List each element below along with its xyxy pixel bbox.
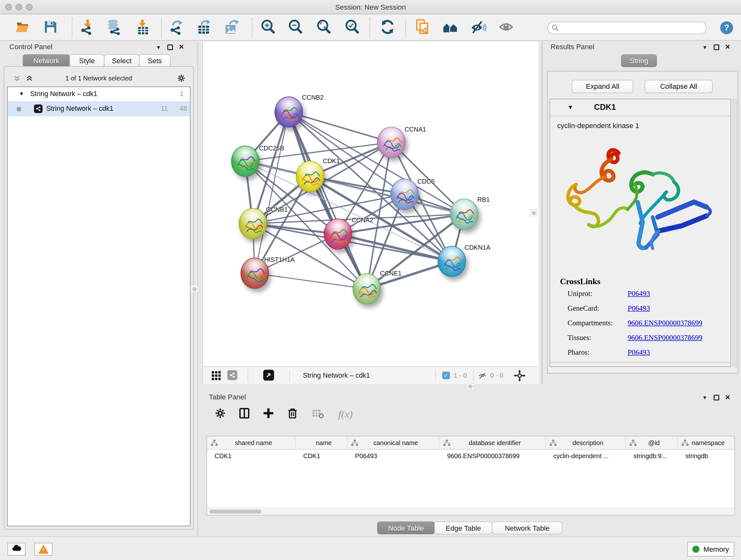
column-header--id[interactable]: @id (626, 436, 678, 449)
cell-description[interactable]: cyclin-dependent ... (546, 449, 626, 462)
zoom-selected-button[interactable] (343, 19, 361, 37)
network-node-CDC6[interactable] (390, 179, 419, 210)
column-header-shared-name[interactable]: shared name (207, 436, 296, 449)
right-splitter-grip[interactable] (530, 209, 537, 217)
scrollbar-thumb[interactable] (209, 509, 261, 513)
table-options-button[interactable] (212, 406, 228, 422)
cloud-button[interactable] (8, 543, 25, 556)
network-node-CDKN1A[interactable] (437, 246, 466, 277)
memory-button[interactable]: Memory (687, 542, 734, 557)
left-splitter-grip[interactable] (191, 285, 198, 293)
new-network-from-selection-button[interactable] (414, 19, 431, 37)
network-node-CDK1[interactable] (296, 161, 324, 192)
cell-shared-name[interactable]: CDK1 (207, 449, 296, 462)
open-in-new-window-icon[interactable] (263, 370, 274, 381)
panel-float-icon[interactable] (167, 44, 173, 50)
results-scrollbar[interactable] (732, 99, 737, 367)
birdseye-crosshair-icon[interactable] (514, 370, 526, 383)
crosslink-link[interactable]: P06493 (628, 348, 650, 357)
save-session-button[interactable] (42, 19, 59, 37)
network-options-gear-icon[interactable] (176, 73, 186, 85)
zoom-out-button[interactable] (286, 19, 304, 37)
tab-style[interactable]: Style (70, 54, 105, 67)
warnings-button[interactable]: ! (35, 543, 52, 556)
table-horizontal-scrollbar[interactable] (207, 508, 735, 515)
crosslink-link[interactable]: P06493 (628, 304, 650, 313)
tab-select[interactable]: Select (104, 54, 139, 67)
column-header-canonical-name[interactable]: canonical name (347, 436, 440, 449)
help-button[interactable]: ? (720, 21, 733, 34)
export-table-button[interactable] (195, 19, 212, 37)
tab-network-table[interactable]: Network Table (492, 521, 562, 534)
cell-database-identifier[interactable]: 9606.ENSP00000378699 (440, 449, 546, 462)
export-network-button[interactable] (167, 19, 185, 37)
protein-section-header[interactable]: ▼ CDK1 (550, 99, 731, 116)
create-column-button[interactable] (260, 406, 276, 422)
network-node-CCNA1[interactable] (377, 127, 406, 158)
column-header-namespace[interactable]: namespace (678, 436, 734, 449)
cell--id[interactable]: stringdb:9... (626, 449, 678, 462)
zoom-in-button[interactable] (259, 19, 277, 37)
network-node-CCNB1[interactable] (239, 208, 267, 240)
network-node-CCNB2[interactable] (274, 97, 303, 128)
tab-network[interactable]: Network (23, 54, 70, 67)
panel-menu-icon[interactable]: ▼ (702, 395, 708, 401)
import-table-button[interactable] (134, 19, 151, 37)
network-edge-CCNB2-HIST1H1A[interactable] (255, 112, 289, 273)
network-edge-CCNB2-CCNA1[interactable] (289, 112, 391, 142)
show-all-button[interactable] (497, 19, 515, 37)
collapse-all-button[interactable]: Collapse All (645, 80, 713, 93)
delete-column-button[interactable] (285, 406, 300, 422)
panel-close-icon[interactable]: × (725, 44, 730, 50)
panel-close-icon[interactable]: × (725, 395, 730, 401)
import-network-file-button[interactable] (78, 19, 96, 37)
show-column-panel-button[interactable] (236, 406, 252, 422)
delete-table-button[interactable] (310, 406, 326, 422)
open-session-button[interactable] (14, 19, 31, 37)
hide-selected-button[interactable] (469, 19, 487, 37)
apply-layout-button[interactable] (379, 19, 396, 37)
panel-float-icon[interactable] (714, 395, 719, 401)
network-node-CDC25B[interactable] (231, 145, 259, 177)
crosslink-link[interactable]: 9606.ENSP00000378699 (628, 319, 702, 327)
results-splitter-line[interactable] (542, 42, 542, 384)
column-header-description[interactable]: description (546, 436, 626, 449)
network-node-RB1[interactable] (450, 199, 478, 230)
network-node-CCNE1[interactable] (353, 273, 381, 305)
panel-menu-icon[interactable]: ▼ (702, 44, 708, 50)
network-row-selected[interactable]: String Network – cdk1 11 48 (8, 101, 190, 116)
first-neighbors-button[interactable] (441, 19, 459, 37)
panel-close-icon[interactable]: × (179, 44, 184, 50)
network-edge-CCNE1-HIST1H1A[interactable] (255, 273, 367, 289)
zoom-fit-button[interactable] (315, 19, 333, 37)
column-header-database-identifier[interactable]: database identifier (440, 436, 546, 449)
selected-checkbox[interactable]: ✓ (442, 372, 450, 379)
function-builder-button[interactable]: f(x) (333, 406, 358, 422)
search-input[interactable] (559, 23, 706, 33)
bottom-splitter-grip[interactable] (467, 383, 474, 390)
network-node-CCNA2[interactable] (324, 219, 352, 250)
export-image-button[interactable] (223, 19, 241, 37)
expand-all-button[interactable]: Expand All (572, 80, 633, 93)
section-expander-icon[interactable]: ▼ (568, 104, 574, 111)
panel-menu-icon[interactable]: ▼ (156, 44, 161, 50)
crosslink-link[interactable]: P06493 (628, 289, 650, 298)
string-badge-icon[interactable] (227, 370, 237, 380)
cell-canonical-name[interactable]: P06493 (347, 449, 440, 462)
cell-name[interactable]: CDK1 (296, 449, 348, 462)
network-edge-CCNB2-CCNE1[interactable] (289, 112, 367, 289)
hidden-eye-slash-icon[interactable] (478, 371, 487, 382)
import-network-database-button[interactable] (105, 19, 123, 37)
network-collection-row[interactable]: ▼ String Network – cdk1 1 (8, 87, 190, 101)
grid-view-icon[interactable] (211, 371, 221, 382)
column-header-name[interactable]: name (296, 436, 348, 449)
cell-namespace[interactable]: stringdb (678, 449, 734, 462)
panel-float-icon[interactable] (714, 44, 719, 50)
tab-node-table[interactable]: Node Table (377, 521, 435, 534)
table-row[interactable]: CDK1CDK1P064939606.ENSP00000378699cyclin… (207, 449, 735, 462)
crosslink-link[interactable]: 9606.ENSP00000378699 (628, 333, 702, 342)
tab-edge-table[interactable]: Edge Table (434, 521, 492, 534)
results-tab-string[interactable]: String (621, 54, 657, 67)
tab-sets[interactable]: Sets (139, 54, 171, 67)
collection-expander-icon[interactable]: ▼ (19, 91, 24, 97)
